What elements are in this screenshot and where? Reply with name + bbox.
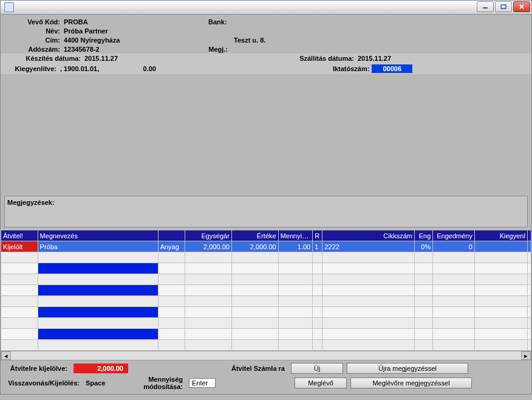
name-label: Név: xyxy=(4,27,63,35)
mid-blank-area xyxy=(0,74,532,196)
tax-label: Adószám: xyxy=(4,46,63,53)
notes-box[interactable]: Megjegyzések: xyxy=(4,196,528,227)
bank-label: Bank: xyxy=(208,18,227,26)
name-value: Próba Partner xyxy=(63,27,108,35)
table-row[interactable] xyxy=(1,307,531,318)
regnum-label: Iktatószám: xyxy=(329,65,372,72)
cell-erteke: 2,000.00 xyxy=(231,241,278,252)
paid-date-value: , 1900.01.01, xyxy=(59,65,120,72)
col-r[interactable]: R xyxy=(313,230,322,241)
col-egysegar[interactable]: Egységár xyxy=(185,230,232,241)
table-row[interactable] xyxy=(1,252,531,263)
made-value: 2015.11.27 xyxy=(83,55,290,62)
notes-title: Megjegyzések: xyxy=(7,199,55,206)
cell-kiegyenl xyxy=(474,241,527,252)
undo-label: Visszavonás/Kijelölés: xyxy=(4,379,82,387)
cell-eng: 0% xyxy=(414,241,432,252)
window-buttons xyxy=(477,1,530,12)
new-with-note-button[interactable]: Újra megjegyzéssel xyxy=(347,363,468,374)
col-megnevezes[interactable]: Megnevezés xyxy=(38,230,158,241)
paid-label: Kiegyenlítve: xyxy=(4,65,59,72)
table-row[interactable] xyxy=(1,285,531,296)
cell-r: 1 xyxy=(313,241,322,252)
col-eng[interactable]: Eng xyxy=(414,230,432,241)
horizontal-scrollbar[interactable]: ◂ ▸ xyxy=(1,351,531,360)
table-row[interactable]: Kijelölt Próba Anyag 2,000.00 2,000.00 1… xyxy=(1,241,531,252)
cell-engedmeny: 0 xyxy=(433,241,475,252)
minimize-button[interactable] xyxy=(477,1,494,12)
notes-wrap: Megjegyzések: xyxy=(0,196,532,230)
note-label: Megj.: xyxy=(208,46,230,53)
transfer-label: Átvitel Számla ra xyxy=(220,365,287,372)
existing-with-note-button[interactable]: Meglévőre megjegyzéssel xyxy=(350,378,472,388)
made-label: Készítés dátuma: xyxy=(4,55,83,62)
col-mennyiseg[interactable]: Mennyiség xyxy=(278,230,313,241)
new-button[interactable]: Új xyxy=(291,363,343,374)
paid-amount-value: 0.00 xyxy=(120,65,156,72)
addr-street-value: Teszt u. 8. xyxy=(233,36,265,44)
footer-panel: Átvitelre kijelölve: 2,000.00 Átvitel Sz… xyxy=(0,360,532,395)
col-blank[interactable] xyxy=(158,230,185,241)
grid-header-row: Átvitel! Megnevezés Egységár Értéke Menn… xyxy=(1,230,531,241)
col-engedmeny[interactable]: Engedmény xyxy=(433,230,475,241)
col-tail xyxy=(527,230,531,241)
scroll-left-icon[interactable]: ◂ xyxy=(1,351,11,360)
selected-value: 2,000.00 xyxy=(73,364,128,373)
app-icon xyxy=(4,2,14,12)
ship-value: 2015.11.27 xyxy=(356,55,391,62)
scroll-right-icon[interactable]: ▸ xyxy=(521,351,531,360)
data-grid[interactable]: Átvitel! Megnevezés Egységár Értéke Menn… xyxy=(0,230,532,360)
cell-egysegar: 2,000.00 xyxy=(185,241,232,252)
qty-label: Mennyiség módosítása: xyxy=(109,376,185,390)
qty-key-input[interactable]: Enter xyxy=(189,378,216,388)
svg-rect-1 xyxy=(501,5,506,9)
title-bar xyxy=(0,0,532,15)
addr-label: Cím: xyxy=(4,36,63,44)
cell-atvitel: Kijelölt xyxy=(1,241,38,252)
table-row[interactable] xyxy=(1,329,531,340)
maximize-button[interactable] xyxy=(495,1,512,12)
form-header: Vevő Kód: PROBA Bank: Név: Próba Partner… xyxy=(0,15,532,74)
table-row[interactable] xyxy=(1,263,531,274)
table-row[interactable] xyxy=(1,340,531,351)
col-erteke[interactable]: Értéke xyxy=(231,230,278,241)
cell-megnevezes: Próba xyxy=(38,241,158,252)
col-kiegyenl[interactable]: Kiegyenl xyxy=(474,230,527,241)
existing-button[interactable]: Meglévő xyxy=(295,378,347,388)
selected-label: Átvitelre kijelölve: xyxy=(4,365,70,372)
tax-value: 12345678-2 xyxy=(63,46,208,53)
close-button[interactable] xyxy=(513,1,530,12)
table-row[interactable] xyxy=(1,274,531,285)
cell-mennyiseg: 1.00 xyxy=(278,241,313,252)
regnum-value: 00006 xyxy=(372,64,412,73)
table-row[interactable] xyxy=(1,318,531,329)
cell-cikkszam: 2222 xyxy=(322,241,415,252)
ship-label: Szállítás dátuma: xyxy=(290,55,356,62)
addr-city-value: 4400 Nyíregyháza xyxy=(63,36,233,44)
buyer-code-value: PROBA xyxy=(63,18,208,26)
cell-type: Anyag xyxy=(158,241,185,252)
buyer-code-label: Vevő Kód: xyxy=(4,18,63,26)
undo-key: Space xyxy=(86,379,105,387)
col-atvitel[interactable]: Átvitel! xyxy=(1,230,38,241)
table-row[interactable] xyxy=(1,296,531,307)
col-cikkszam[interactable]: Cikkszám xyxy=(322,230,415,241)
